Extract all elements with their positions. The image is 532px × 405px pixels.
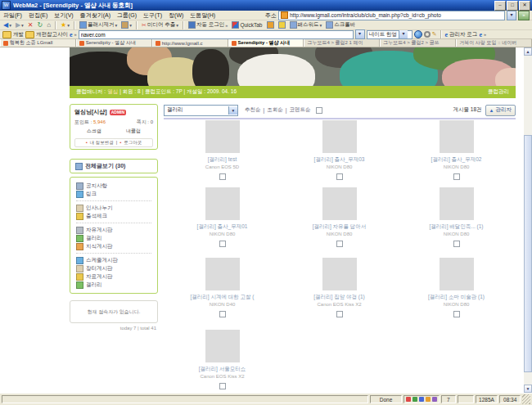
password-dropdown-icon[interactable]: ▾ <box>320 23 322 28</box>
thumbnail-placeholder[interactable] <box>322 187 357 220</box>
media-extract-button[interactable]: ✂미디어 추출▾ <box>140 20 180 29</box>
thumbnail-placeholder[interactable] <box>205 330 240 362</box>
sidebar-item-schedule[interactable]: 스케줄게시판 <box>76 256 151 264</box>
address-bar[interactable]: http://www.lgmall.com/intra/club/club_ma… <box>278 11 505 20</box>
back-dropdown-icon[interactable]: ▾ <box>9 23 11 28</box>
status-icon-orange[interactable] <box>426 397 431 402</box>
tab-lgmall-url[interactable]: http://www.lgmall.c <box>152 39 228 47</box>
thumbnail-placeholder[interactable] <box>205 187 240 220</box>
forward-dropdown-icon[interactable]: ▾ <box>21 23 24 28</box>
ime-select[interactable]: 네이트 한영 ▾ <box>367 30 413 39</box>
flash-dropdown-icon[interactable]: ▾ <box>115 23 118 28</box>
sort-recommend[interactable]: 추천순 <box>245 106 261 114</box>
club-manager-name[interactable]: 열심 <box>107 88 118 96</box>
item-checkbox[interactable] <box>453 311 460 317</box>
flash-remove-button[interactable]: 플래시제거▾ <box>78 20 119 29</box>
gallery-item[interactable]: [갤러리] 자유를 담아서 NIKON D80 <box>281 187 398 251</box>
favorites-button[interactable]: ★▾ <box>59 20 71 29</box>
tab-serendipity-1[interactable]: Serendipity - 엘샵 사내 <box>76 39 152 47</box>
go-button[interactable]: » <box>518 11 530 20</box>
close-button[interactable]: ✕ <box>519 1 530 11</box>
thumbnail-placeholder[interactable] <box>440 258 474 290</box>
item-title[interactable]: [갤러리] test <box>164 156 281 164</box>
lightning-button[interactable] <box>277 20 287 29</box>
notes-button[interactable] <box>265 20 276 29</box>
item-title[interactable]: [갤러리] 서울모터쇼 <box>164 366 281 373</box>
item-title[interactable]: [갤러리] 배달민족... (1) <box>398 223 515 231</box>
sidebar-item-files[interactable]: 자료게시판 <box>76 272 151 281</box>
stop-button[interactable]: ✕ <box>26 20 35 29</box>
gallery-item[interactable]: [갤러리] 집앞 야경 (1) Canon EOS Kiss X2 <box>281 258 398 322</box>
thumbnail-placeholder[interactable] <box>205 120 240 153</box>
board-select[interactable]: 갤러리 ▾ <box>164 105 238 116</box>
logout-link[interactable]: 로그아웃 <box>124 139 142 146</box>
home-button[interactable]: ⌂ <box>45 20 52 29</box>
sidebar-item-notice[interactable]: 공지사항 <box>76 182 151 190</box>
resize-grip[interactable] <box>522 394 530 404</box>
favorites-dropdown-icon[interactable]: ▾ <box>67 23 70 28</box>
links-overflow-icon[interactable]: » <box>484 32 486 37</box>
status-icon-red[interactable] <box>406 397 411 402</box>
tab-lgmall[interactable]: 행복한 소중 LGmall <box>0 39 76 47</box>
pencil-icon[interactable]: ✎ <box>432 31 437 38</box>
club-manage-link[interactable]: 클럽관리 <box>488 88 509 96</box>
ime-dropdown-icon[interactable]: ▾ <box>399 30 408 38</box>
gallery-item[interactable]: [갤러리] 서울모터쇼 Canon EOS Kiss X2 <box>164 330 281 393</box>
globe-icon[interactable] <box>414 30 422 38</box>
gallery-item[interactable]: [갤러리] test Canon EOS 5D <box>164 120 281 184</box>
thumbnail-placeholder[interactable] <box>440 120 474 153</box>
capture-button[interactable]: ▾ <box>119 20 133 29</box>
menu-favorites[interactable]: 즐겨찾기(A) <box>77 11 114 20</box>
item-title[interactable]: [갤러리] 출사_무제01 <box>164 223 281 231</box>
item-checkbox[interactable] <box>219 173 226 180</box>
sidebar-item-greetings[interactable]: 인사나누기 <box>76 204 151 212</box>
edit-info-link[interactable]: 내 정보변경 <box>90 139 114 146</box>
search-dropdown-icon[interactable]: ▾ <box>355 29 365 39</box>
scrap-link[interactable]: 스크랩 <box>87 128 101 135</box>
item-checkbox[interactable] <box>453 173 460 180</box>
item-checkbox[interactable] <box>219 311 226 317</box>
tab-serendipity-active[interactable]: Serendipity - 엘샵 사내 <box>228 39 304 47</box>
tab-gnuboard-page[interactable]: 그누보드4 > 클럽2 1 페이 <box>304 39 380 47</box>
sort-comments[interactable]: 코멘트순 <box>289 106 310 114</box>
item-checkbox[interactable] <box>453 241 460 247</box>
restore-button[interactable]: □ <box>507 1 518 11</box>
back-button[interactable]: ◀▾ <box>2 20 13 29</box>
item-title[interactable]: [갤러리] 자유를 담아서 <box>281 223 398 231</box>
forward-button[interactable]: ▶▾ <box>14 20 25 29</box>
sort-views[interactable]: 조회순 <box>267 106 283 114</box>
scrollbar-tool-button[interactable]: 스크롤바 <box>324 20 357 29</box>
scrollbar-thumb[interactable] <box>524 135 532 372</box>
all-posts-box[interactable]: 전체글보기 (30) <box>70 159 158 173</box>
sidebar-item-free-board[interactable]: 자유게시판 <box>76 226 151 234</box>
search-input[interactable] <box>79 30 354 39</box>
sidebar-item-links[interactable]: 링크 <box>76 190 151 198</box>
search-icon[interactable] <box>424 31 431 38</box>
link-dev[interactable]: 개발 <box>13 31 24 38</box>
menu-window[interactable]: 창(W) <box>165 11 187 20</box>
tab-naver-cafe[interactable]: 거북이 사랑 모임 :: 네이버 <box>456 39 532 47</box>
menu-view[interactable]: 보기(V) <box>51 11 76 20</box>
sidebar-item-gallery[interactable]: 갤러리 <box>76 234 151 242</box>
scroll-up-icon[interactable]: ▲ <box>524 47 532 56</box>
item-checkbox[interactable] <box>336 311 343 317</box>
auto-login-more-icon[interactable]: » <box>225 23 228 28</box>
status-icon-blue[interactable] <box>419 397 424 402</box>
menu-tools[interactable]: 도구(T) <box>140 11 165 20</box>
all-posts-label[interactable]: 전체글보기 (30) <box>85 162 125 170</box>
vertical-scrollbar[interactable]: ▲ ▼ <box>524 47 532 393</box>
sidebar-item-market[interactable]: 장터게시판 <box>76 264 151 272</box>
sidebar-item-attendance[interactable]: 출석체크 <box>76 212 151 220</box>
quicktab-button[interactable]: QuickTab <box>230 20 264 29</box>
admin-log-link[interactable]: 관리자 로그 <box>449 31 477 38</box>
gallery-item[interactable]: [갤러리] 배달민족... (1) NIKON D80 <box>398 187 515 251</box>
menu-group[interactable]: 그룹(G) <box>114 11 140 20</box>
minimize-button[interactable]: – <box>494 1 506 11</box>
gallery-item[interactable]: [갤러리] 소마 미술관 (1) NIKON D80 <box>398 258 515 322</box>
thumbnail-placeholder[interactable] <box>322 120 357 153</box>
gallery-item[interactable]: [갤러리] 출사_무제01 NIKON D80 <box>164 187 281 251</box>
gallery-item[interactable]: [갤러리] 출사_무제03 NIKON D80 <box>281 120 398 184</box>
password-button[interactable]: 패스워드▾ <box>288 20 324 29</box>
item-title[interactable]: [갤러리] 시계에 대한 고찰 ( <box>164 294 281 301</box>
item-title[interactable]: [갤러리] 출사_무제02 <box>398 156 515 164</box>
